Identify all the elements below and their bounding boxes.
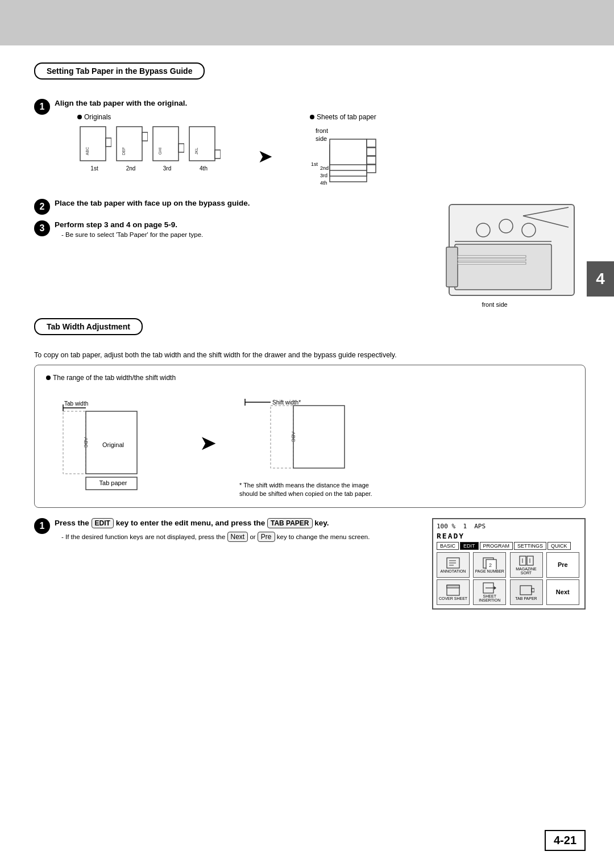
screen-ready: READY <box>437 532 581 540</box>
screen-tab-quick[interactable]: QUICK <box>547 542 571 550</box>
paper-col-2: DEF 2nd <box>114 124 148 172</box>
svg-text:Original: Original <box>102 441 124 448</box>
screen-tab-program[interactable]: PROGRAM <box>480 542 513 550</box>
svg-rect-28 <box>446 247 458 287</box>
svg-text:GHI: GHI <box>158 148 162 155</box>
svg-text:DEF: DEF <box>122 147 126 155</box>
screen-tab-settings[interactable]: SETTINGS <box>514 542 546 550</box>
screen-btn-tab-paper[interactable]: TAB PAPER <box>510 579 543 605</box>
screen-icons-grid: ANNOTATION 1 2 PAGE NUMBER <box>437 552 581 605</box>
step-3-title: Perform step 3 and 4 on page 5-9. <box>55 220 426 229</box>
svg-marker-71 <box>494 586 496 590</box>
step-2-row: 2 Place the tab paper with face up on th… <box>34 199 426 215</box>
tab-width-right-svg: Shift width* ABC <box>239 387 381 487</box>
svg-rect-15 <box>367 165 376 173</box>
svg-rect-7 <box>179 144 184 152</box>
shift-footnote: * The shift width means the distance the… <box>239 481 381 499</box>
svg-text:side: side <box>316 135 327 142</box>
bypass-illustration-svg: front side <box>438 199 586 312</box>
paper-label-4: 4th <box>200 165 208 172</box>
svg-rect-72 <box>520 586 532 595</box>
tab-width-intro: To copy on tab paper, adjust both the ta… <box>34 351 586 359</box>
tab-width-diagram: Tab width Original Tab paper ABC <box>46 387 574 499</box>
paper-svg-2: DEF <box>114 124 148 164</box>
tab-width-right: Shift width* ABC * The shift width means… <box>239 387 381 499</box>
magazine-sort-icon <box>518 554 534 567</box>
screen-btn-page-number[interactable]: 1 2 PAGE NUMBER <box>473 552 506 578</box>
tab-width-arrow: ➤ <box>200 431 217 455</box>
screen-tab-edit[interactable]: EDIT <box>460 542 479 550</box>
svg-text:3rd: 3rd <box>320 173 327 178</box>
tab-sheets-svg: front side <box>310 125 389 187</box>
screen-btn-annotation[interactable]: ANNOTATION <box>437 552 470 578</box>
orig-papers: ABC 1st DEF 2nd <box>77 124 221 172</box>
svg-rect-21 <box>367 139 376 147</box>
svg-text:front side: front side <box>482 301 507 308</box>
section-header-tabwidth: Tab Width Adjustment <box>34 318 143 335</box>
annotation-icon <box>445 557 461 569</box>
sheets-label: Sheets of tab paper <box>310 113 376 121</box>
paper-svg-3: GHI <box>150 124 184 164</box>
step-3-row: 3 Perform step 3 and 4 on page 5-9. Be s… <box>34 220 426 238</box>
paper-svg-4: JKL <box>186 124 221 164</box>
originals-left: Originals ABC 1st <box>77 113 221 172</box>
svg-rect-27 <box>455 244 551 290</box>
svg-rect-73 <box>532 589 534 592</box>
svg-rect-19 <box>367 148 376 156</box>
svg-text:2nd: 2nd <box>320 165 329 171</box>
screen-tabs: BASIC EDIT PROGRAM SETTINGS QUICK <box>437 542 581 550</box>
svg-rect-53 <box>293 406 345 468</box>
pre-key-inline: Pre <box>258 532 275 542</box>
tab-width-box: The range of the tab width/the shift wid… <box>34 365 586 508</box>
screen-btn-magazine[interactable]: MAGAZINE SORT <box>510 552 543 578</box>
step-1-content: Align the tab paper with the original. O… <box>55 99 586 193</box>
step1-arrow: ➤ <box>258 145 273 167</box>
screen-top: 100 % 1 APS <box>437 523 581 530</box>
svg-rect-0 <box>80 127 106 161</box>
tab-width-left-svg: Tab width Original Tab paper ABC <box>46 393 177 493</box>
screen-btn-cover-sheet[interactable]: COVER SHEET <box>437 579 470 605</box>
screen-mockup: 100 % 1 APS READY BASIC EDIT PROGRAM SET… <box>432 518 586 610</box>
tab-width-section: Tab Width Adjustment To copy on tab pape… <box>34 318 586 508</box>
svg-rect-20 <box>330 139 367 165</box>
bullet-sheets <box>310 115 314 119</box>
svg-text:ABC: ABC <box>291 432 296 443</box>
bottom-section: 1 Press the EDIT key to enter the edit m… <box>34 518 586 610</box>
step-1-row: 1 Align the tab paper with the original.… <box>34 99 586 193</box>
screen-btn-pre[interactable]: Pre <box>546 552 579 578</box>
step-1-number: 1 <box>34 99 50 115</box>
screen-tab-basic[interactable]: BASIC <box>437 542 459 550</box>
svg-text:1st: 1st <box>311 161 318 167</box>
originals-section: Originals ABC 1st <box>77 113 586 187</box>
bottom-step-1-note: - If the desired function keys are not d… <box>55 532 421 542</box>
svg-text:front: front <box>316 127 328 134</box>
svg-rect-6 <box>153 127 179 161</box>
step-2-title: Place the tab paper with face up on the … <box>55 199 426 207</box>
step-2-number: 2 <box>34 199 50 215</box>
screen-mockup-container: 100 % 1 APS READY BASIC EDIT PROGRAM SET… <box>432 518 586 610</box>
edit-key: EDIT <box>92 518 114 528</box>
step-3-note: Be sure to select 'Tab Paper' for the pa… <box>55 231 426 238</box>
step-2-content: Place the tab paper with face up on the … <box>55 199 426 210</box>
bypass-illustration-container: front side <box>438 199 586 312</box>
svg-text:Tab width: Tab width <box>64 400 88 407</box>
main-content: 4 Setting Tab Paper in the Bypass Guide … <box>0 45 614 621</box>
svg-text:Shift width*: Shift width* <box>272 399 301 406</box>
tab-paper-icon <box>518 584 534 596</box>
screen-btn-next[interactable]: Next <box>546 579 579 605</box>
svg-rect-10 <box>215 150 221 158</box>
section-4-tab: 4 <box>587 261 614 297</box>
tab-paper-key: TAB PAPER <box>267 518 313 528</box>
svg-text:ABC: ABC <box>85 147 89 155</box>
svg-rect-30 <box>458 259 526 261</box>
paper-col-3: GHI 3rd <box>150 124 184 172</box>
svg-text:4th: 4th <box>320 180 327 186</box>
step-1-title: Align the tab paper with the original. <box>55 99 586 107</box>
paper-label-3: 3rd <box>163 165 171 172</box>
sheet-insertion-icon <box>482 582 497 594</box>
svg-rect-29 <box>458 256 526 257</box>
svg-rect-31 <box>458 262 526 264</box>
step-3-content: Perform step 3 and 4 on page 5-9. Be sur… <box>55 220 426 238</box>
screen-btn-sheet-insertion[interactable]: SHEET INSERTION <box>473 579 506 605</box>
svg-text:Tab paper: Tab paper <box>99 479 127 486</box>
